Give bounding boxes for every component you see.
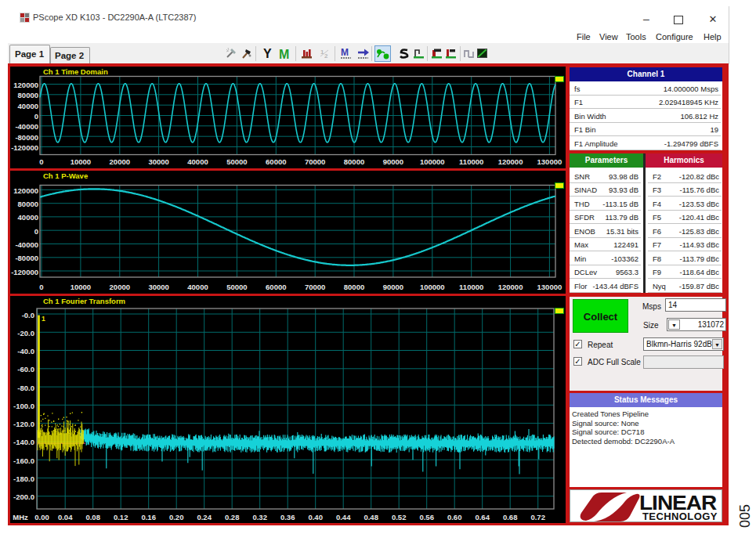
svg-text:2: 2 bbox=[324, 52, 328, 60]
svg-text:Y: Y bbox=[263, 47, 272, 60]
svg-text:M: M bbox=[341, 47, 349, 58]
svg-text:1: 1 bbox=[42, 315, 45, 323]
svg-text:M: M bbox=[279, 48, 289, 61]
